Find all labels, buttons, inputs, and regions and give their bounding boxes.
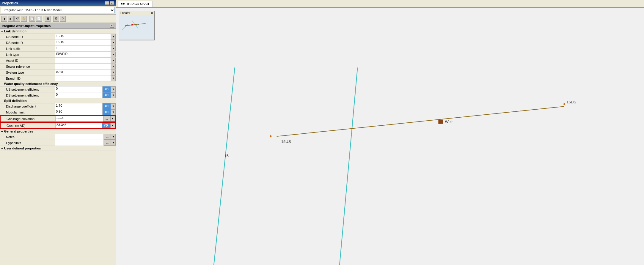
properties-title-label: Properties — [2, 1, 18, 5]
left-panel: Properties − × Irregular weir : 15US.1 :… — [0, 0, 116, 265]
separator-2 — [43, 16, 43, 21]
prop-row-link-suffix: Link suffix 1 ▼ — [0, 46, 116, 52]
asset-id-dropdown[interactable]: ▼ — [111, 58, 116, 63]
settings-button[interactable]: ⚙ — [53, 16, 59, 22]
props-content: − Link definition US node ID 15US ▼ DS n… — [0, 29, 116, 265]
prop-row-chainage-elevation: Chainage elevation -----> ... ▼ — [0, 115, 116, 122]
discharge-coeff-value[interactable]: 1.70 — [55, 103, 103, 109]
tab-1d-river-model[interactable]: 🗺 1D River Model — [117, 1, 153, 7]
section-link-definition[interactable]: − Link definition — [0, 29, 116, 34]
chainage-elevation-value-area: -----> ... ▼ — [56, 116, 115, 122]
system-type-dropdown[interactable]: ▼ — [111, 70, 116, 75]
locator-close-button[interactable]: ✕ — [151, 11, 153, 15]
back-button[interactable]: ◄ — [1, 16, 7, 22]
node-15us[interactable]: ✦ — [269, 133, 273, 139]
label-15: 15 — [224, 154, 229, 158]
link-type-dropdown[interactable]: ▼ — [111, 52, 116, 57]
map-svg: ✦ 15US ✦ 16DS Weir 15 — [116, 8, 644, 265]
modular-limit-value[interactable]: 0.90 — [55, 109, 103, 115]
notes-ellipsis[interactable]: ... — [104, 134, 111, 140]
sewer-reference-value[interactable] — [55, 64, 111, 69]
object-selector[interactable]: Irregular weir : 15US.1 : 1D River Model — [1, 7, 115, 13]
prop-row-link-type: Link type IRWEIR ▼ — [0, 52, 116, 58]
chainage-elevation-value[interactable]: -----> — [56, 116, 103, 122]
chainage-elevation-ellipsis[interactable]: ... — [103, 116, 110, 122]
section-general-properties[interactable]: − General properties — [0, 129, 116, 134]
us-node-id-dropdown[interactable]: ▼ — [111, 34, 116, 40]
us-settlement-hash-dropdown[interactable]: ▼ — [111, 86, 116, 92]
hyperlinks-dropdown[interactable]: ▼ — [111, 140, 116, 146]
us-settlement-hash: #D — [103, 86, 111, 92]
map-area[interactable]: Locator ✕ — [116, 8, 644, 265]
crest-hash: #D — [102, 123, 110, 128]
modular-limit-hash-dropdown[interactable]: ▼ — [111, 109, 116, 115]
ds-settlement-value-area: 0 #D ▼ — [55, 92, 116, 98]
prop-row-us-settlement: US settlement efficienc 0 #D ▼ — [0, 86, 116, 92]
us-settlement-value[interactable]: 0 — [55, 86, 103, 92]
link-suffix-label: Link suffix — [0, 46, 55, 51]
asset-id-value[interactable] — [55, 58, 111, 63]
section-user-defined[interactable]: + User defined properties — [0, 146, 116, 151]
pan-button[interactable]: ✋ — [21, 16, 27, 22]
ds-settlement-value[interactable]: 0 — [55, 92, 103, 98]
crest-value-area: 33.348 #D ▼ — [56, 123, 115, 128]
chainage-elevation-dropdown[interactable]: ▼ — [110, 116, 115, 122]
notes-value[interactable] — [55, 134, 104, 140]
close-props-button[interactable]: × — [110, 24, 114, 28]
branch-id-dropdown[interactable]: ▼ — [111, 75, 116, 81]
dropdown-bar: Irregular weir : 15US.1 : 1D River Model — [0, 6, 116, 15]
spill-def-toggle: − — [1, 99, 3, 102]
sewer-reference-value-area: ▼ — [55, 64, 116, 69]
prop-row-us-node-id: US node ID 15US ▼ — [0, 34, 116, 40]
properties-title-bar: Properties − × — [0, 0, 116, 6]
close-window-button[interactable]: × — [110, 1, 114, 5]
title-controls: − × — [105, 1, 114, 5]
discharge-coeff-hash-dropdown[interactable]: ▼ — [111, 103, 116, 109]
copy-button[interactable]: 📋 — [29, 16, 35, 22]
us-settlement-value-area: 0 #D ▼ — [55, 86, 116, 92]
ds-node-id-value[interactable]: 16DS — [55, 40, 111, 45]
ds-node-id-dropdown[interactable]: ▼ — [111, 40, 116, 45]
link-suffix-dropdown[interactable]: ▼ — [111, 46, 116, 51]
refresh-button[interactable]: ↺ — [14, 16, 20, 22]
node-16ds[interactable]: ✦ — [562, 101, 566, 107]
section-water-quality[interactable]: − Water quality settlement efficiency — [0, 81, 116, 86]
system-type-value[interactable]: other — [55, 70, 111, 75]
ds-settlement-hash-dropdown[interactable]: ▼ — [111, 92, 116, 98]
user-defined-label: User defined properties — [4, 146, 41, 150]
grid-button[interactable]: ⊞ — [45, 16, 51, 22]
minimize-button[interactable]: − — [105, 1, 109, 5]
branch-id-value[interactable] — [55, 75, 111, 81]
svg-rect-5 — [118, 8, 642, 265]
sewer-reference-label: Sewer reference — [0, 64, 55, 69]
tab-label: 1D River Model — [126, 2, 149, 6]
notes-dropdown[interactable]: ▼ — [111, 134, 116, 140]
right-panel: 🗺 1D River Model Locator ✕ — [116, 0, 644, 265]
discharge-coeff-label: Discharge coefficient — [0, 104, 55, 109]
prop-row-hyperlinks: Hyperlinks ... ▼ — [0, 140, 116, 146]
forward-button[interactable]: ► — [8, 16, 14, 22]
us-node-id-value-area: 15US ▼ — [55, 34, 116, 40]
separator-1 — [28, 16, 28, 21]
crest-value[interactable]: 33.348 — [56, 123, 102, 128]
general-props-toggle: − — [1, 130, 3, 133]
system-type-value-area: other ▼ — [55, 70, 116, 75]
tab-bar: 🗺 1D River Model — [116, 0, 644, 8]
hyperlinks-ellipsis[interactable]: ... — [104, 140, 111, 146]
water-quality-label: Water quality settlement efficiency — [4, 82, 58, 86]
hyperlinks-value-area: ... ▼ — [55, 140, 116, 146]
link-type-value[interactable]: IRWEIR — [55, 52, 111, 57]
crest-hash-dropdown[interactable]: ▼ — [110, 123, 115, 128]
label-15us: 15US — [281, 139, 291, 144]
section-spill-definition[interactable]: − Spill definition — [0, 98, 116, 103]
hyperlinks-value[interactable] — [55, 140, 104, 146]
locator-title: Locator ✕ — [119, 11, 154, 15]
help-button[interactable]: ? — [60, 16, 66, 22]
link-suffix-value[interactable]: 1 — [55, 46, 111, 51]
link-def-toggle: − — [1, 30, 3, 33]
water-quality-toggle: − — [1, 82, 3, 86]
chainage-elevation-label: Chainage elevation — [1, 116, 56, 121]
sewer-reference-dropdown[interactable]: ▼ — [111, 64, 116, 69]
us-node-id-value[interactable]: 15US — [55, 34, 111, 40]
paste-button[interactable]: 📄 — [36, 16, 42, 22]
